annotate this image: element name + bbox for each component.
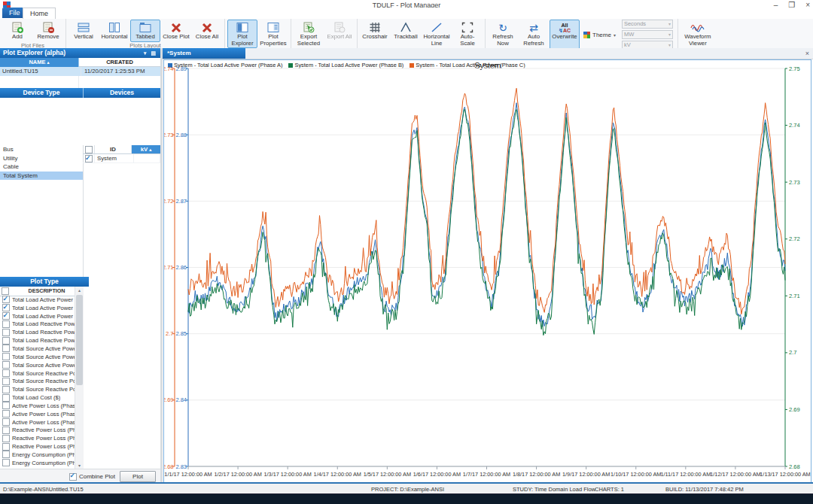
plot-type-checkbox[interactable] <box>2 353 10 360</box>
device-checkbox[interactable] <box>85 155 93 162</box>
svg-text:2.75: 2.75 <box>789 65 800 72</box>
svg-text:2.7: 2.7 <box>166 330 173 337</box>
id-column-header[interactable]: ID <box>95 145 132 154</box>
plot-type-checkbox[interactable] <box>2 369 10 377</box>
plot-type-row[interactable]: Active Power Loss (Phase B) <box>0 410 75 418</box>
plot-type-row[interactable]: Total Load Active Power (Phase <box>0 312 75 320</box>
device-type-item[interactable]: Utility <box>0 154 83 163</box>
remove-button[interactable]: Remove <box>33 20 63 42</box>
plot-type-checkbox[interactable] <box>2 402 10 409</box>
auto-refresh-button[interactable]: ⇄ Auto Refresh <box>519 20 549 50</box>
kv-column-header[interactable]: kV ▴ <box>132 145 160 154</box>
plot-type-row[interactable]: Reactive Power Loss (Phase A) <box>0 427 75 435</box>
plot-type-checkbox[interactable] <box>2 386 10 393</box>
plot-type-checkbox[interactable] <box>2 427 10 434</box>
device-type-item[interactable]: Bus <box>0 145 83 154</box>
plot-type-checkbox[interactable] <box>2 435 10 442</box>
plot-type-row[interactable]: Total Load Cost ($) <box>0 393 75 402</box>
plot-explorer-button[interactable]: Plot Explorer <box>227 20 257 48</box>
chart-pane: *System × System - Total Load Active Pow… <box>163 48 813 484</box>
theme-button[interactable]: Theme ▾ <box>580 20 619 50</box>
system-chart-tab[interactable]: *System <box>163 48 245 59</box>
plot-type-row[interactable]: Total Load Reactive Power (Pha <box>0 328 75 336</box>
refresh-now-icon: ↻ <box>498 21 507 34</box>
plot-type-row[interactable]: Total Load Active Power (Phase <box>0 296 75 304</box>
device-type-item[interactable]: Cable <box>0 162 83 172</box>
combine-plot-option[interactable]: Combine Plot <box>69 473 115 481</box>
vertical-layout-button[interactable]: Vertical <box>69 20 99 42</box>
plot-type-row[interactable]: Total Source Active Power (Pha <box>0 345 75 353</box>
plot-type-row[interactable]: Active Power Loss (Phase C) <box>0 418 75 427</box>
plot-type-checkbox[interactable] <box>2 329 10 336</box>
plot-type-row[interactable]: Reactive Power Loss (Phase C) <box>0 442 75 451</box>
plot-type-row[interactable]: Active Power Loss (Phase A) <box>0 402 75 410</box>
plot-type-checkbox[interactable] <box>2 451 10 458</box>
plot-manager-window: TDULF - Plot Manager – ❐ × File Home Add… <box>0 0 813 504</box>
plot-type-row[interactable]: Total Source Active Power (Pha <box>0 353 75 361</box>
horizontal-line-button[interactable]: Horizontal Line <box>422 20 452 48</box>
refresh-now-button[interactable]: ↻ Refresh Now <box>488 20 518 50</box>
close-plot-button[interactable]: Close Plot <box>161 20 191 42</box>
plot-type-checkbox[interactable] <box>2 410 10 417</box>
plot-type-row[interactable]: Total Source Reactive Power (P <box>0 385 75 393</box>
plot-type-scrollbar[interactable]: ▴ ▾ <box>75 287 84 469</box>
plot-file-row[interactable]: Untitled.TU15 11/20/2017 1:25:53 PM <box>0 67 160 76</box>
close-plot-icon <box>170 21 182 34</box>
close-chart-icon[interactable]: × <box>805 48 809 59</box>
auto-scale-button[interactable]: Auto-Scale <box>452 20 483 48</box>
plot-type-row[interactable]: Energy Consumption (Phase B) <box>0 459 75 467</box>
plot-type-checkbox[interactable] <box>2 337 10 345</box>
name-column-header[interactable]: NAME ▴ <box>0 58 79 67</box>
seconds-combo: Seconds▾ <box>622 20 673 29</box>
trackball-button[interactable]: Trackball <box>391 20 421 48</box>
chevron-down-icon[interactable]: ▾ <box>144 50 148 56</box>
close-all-button[interactable]: Close All <box>192 20 222 42</box>
plot-properties-button[interactable]: Plot Properties <box>258 20 288 48</box>
plot-type-checkbox[interactable] <box>2 459 10 466</box>
plot-type-row[interactable]: Total Load Reactive Power (Pha <box>0 336 75 345</box>
trackball-icon <box>399 21 413 34</box>
horizontal-layout-button[interactable]: Horizontal <box>99 20 129 42</box>
plot-type-checkbox[interactable] <box>2 345 10 352</box>
svg-text:1/12/17 12:00:00 AM: 1/12/17 12:00:00 AM <box>710 471 760 478</box>
plot-type-row[interactable]: Total Load Active Power (Phase <box>0 304 75 312</box>
plot-type-checkbox[interactable] <box>2 320 10 328</box>
device-row[interactable]: System <box>83 154 160 163</box>
plot-type-checkbox[interactable] <box>2 394 10 402</box>
scrollbar-thumb[interactable] <box>76 295 83 385</box>
svg-text:1/3/17 12:00:00 AM: 1/3/17 12:00:00 AM <box>264 471 312 478</box>
explorer-rows: Untitled.TU15 11/20/2017 1:25:53 PM <box>0 67 160 76</box>
scroll-up-icon[interactable]: ▴ <box>75 287 84 294</box>
waveform-viewer-button[interactable]: Waveform Viewer <box>681 20 715 48</box>
plot-type-checkbox[interactable] <box>2 443 10 451</box>
crosshair-button[interactable]: Crosshair <box>360 20 390 48</box>
tabbed-layout-button[interactable]: Tabbed <box>130 20 160 42</box>
plot-type-row[interactable]: Reactive Power Loss (Phase B) <box>0 434 75 442</box>
plot-type-row[interactable]: Total Source Reactive Power (P <box>0 377 75 385</box>
auto-scale-icon <box>461 21 474 34</box>
chart-plot-area[interactable]: 2.742.732.722.712.72.692.682.892.882.872… <box>164 60 811 483</box>
status-file-path: D:\Example-ANSI\Untitled.TU15 <box>3 486 84 493</box>
select-all-plot-types-checkbox[interactable] <box>2 287 9 295</box>
plot-type-checkbox[interactable] <box>2 418 10 426</box>
combine-plot-checkbox[interactable] <box>69 473 77 481</box>
svg-text:2.72: 2.72 <box>164 198 174 205</box>
plot-type-row[interactable]: Total Load Reactive Power (Pha <box>0 320 75 329</box>
plot-type-row[interactable]: Total Source Active Power (Pha <box>0 361 75 369</box>
plot-type-row[interactable]: Energy Consumption (Phase A) <box>0 451 75 459</box>
chevron-down-icon: ▾ <box>668 20 671 28</box>
plot-button[interactable]: Plot <box>120 471 156 482</box>
plot-type-checkbox[interactable] <box>2 361 10 369</box>
overwrite-button[interactable]: All↯AC Overwrite <box>550 20 580 50</box>
tab-home[interactable]: Home <box>23 8 56 20</box>
tabbed-layout-icon <box>139 21 152 34</box>
plot-type-checkbox[interactable] <box>2 312 10 320</box>
pin-icon[interactable]: ▤ <box>151 50 157 56</box>
group-plots-layout: Vertical Horizontal Tabbed Close Plot Cl… <box>66 19 225 48</box>
created-column-header[interactable]: CREATED <box>79 58 160 67</box>
plot-type-checkbox[interactable] <box>2 378 10 385</box>
plot-type-row[interactable]: Total Source Reactive Power (P <box>0 369 75 378</box>
device-type-item[interactable]: Total System <box>0 172 83 181</box>
export-selected-button[interactable]: Export Selected <box>294 20 324 48</box>
add-button[interactable]: Add <box>2 20 32 42</box>
